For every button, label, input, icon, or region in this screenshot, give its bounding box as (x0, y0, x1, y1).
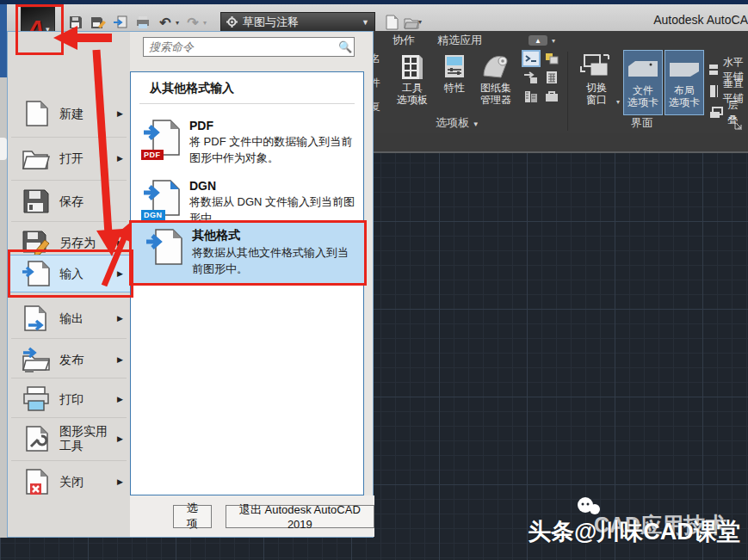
open-doc-icon[interactable] (112, 14, 129, 31)
ribbon-tab-row: 协作 精选应用 ▲ ▾ (368, 31, 748, 50)
redo-dropdown-icon[interactable]: ▾ (203, 19, 207, 27)
sheet-set-manager-label: 图纸集 管理器 (480, 83, 511, 107)
collapse-pill-icon: ▲ (529, 35, 547, 46)
entry-title: PDF (189, 119, 358, 132)
panel-separator (567, 52, 568, 131)
export-icon (22, 305, 51, 332)
ribbon-collapse-button[interactable]: ▲ ▾ (529, 35, 555, 46)
workspace-label: 草图与注释 (243, 15, 299, 30)
menu-item-export[interactable]: 输出 ▶ (8, 298, 130, 338)
workspace-caret-icon: ▼ (362, 18, 369, 27)
qat-customize-icon[interactable]: ▾ (418, 18, 422, 26)
submenu-arrow-icon: ▶ (117, 269, 123, 278)
switch-windows-icon (579, 52, 614, 83)
search-icon: 🔍 (338, 40, 354, 53)
menu-item-import[interactable]: 输入 ▶ (8, 255, 130, 292)
pane-header: 从其他格式输入 (150, 81, 234, 96)
drawing-utilities-icon (22, 425, 51, 452)
layer-states-icon[interactable] (544, 52, 559, 65)
panel-launcher-icon[interactable] (734, 121, 743, 130)
tool-palettes-button[interactable]: 工具 选项板 (393, 53, 432, 107)
submenu-arrow-icon: ▶ (117, 314, 123, 323)
command-search-box[interactable]: 🔍 (143, 37, 355, 57)
submenu-arrow-icon: ▶ (117, 355, 123, 364)
other-formats-import-icon (145, 228, 183, 269)
redo-icon: ↷ (184, 14, 201, 31)
interface-panel-label[interactable]: 界面 (631, 115, 653, 131)
menu-item-label: 另存为 (59, 236, 113, 250)
command-line-icon[interactable] (523, 52, 539, 65)
menu-item-label: 保存 (59, 194, 113, 209)
toolbox-icon[interactable] (544, 89, 559, 103)
dgn-badge: DGN (141, 210, 165, 220)
menu-item-open[interactable]: 打开 ▶ (8, 138, 130, 178)
import-entry-pdf[interactable]: PDF PDF 将 PDF 文件中的数据输入到当前图形中作为对象。 (131, 114, 365, 172)
autocad-window: ↶ ▾ ↷ ▾ 草图与注释 ▼ ▾ Autodesk AutoCA A ▾ 协作… (0, 0, 748, 560)
open-folder-icon[interactable] (403, 14, 420, 31)
pane-divider (139, 103, 355, 104)
new-file-icon (22, 100, 51, 127)
submenu-arrow-icon: ▶ (117, 395, 123, 403)
quick-access-toolbar: ↶ ▾ ↷ ▾ (67, 12, 207, 33)
palette-grip[interactable] (0, 138, 7, 160)
tile-horizontally-icon (709, 64, 718, 76)
design-center-icon[interactable] (523, 89, 539, 103)
title-bar: ↶ ▾ ↷ ▾ 草图与注释 ▼ ▾ Autodesk AutoCA (7, 4, 748, 32)
sheet-set-manager-icon (480, 53, 511, 83)
import-entry-other-formats[interactable]: 其他格式 将数据从其他文件格式输入到当前图形中。 (129, 220, 367, 286)
menu-item-save[interactable]: 保存 (8, 182, 130, 221)
undo-dropdown-icon[interactable]: ▾ (176, 19, 179, 27)
options-button[interactable]: 选项 (173, 505, 212, 528)
exit-button[interactable]: 退出 Autodesk AutoCAD 2019 (226, 505, 374, 528)
file-tabs-button[interactable]: 文件 选项卡 (623, 50, 663, 115)
save-icon[interactable] (67, 14, 84, 31)
new-file-icon[interactable] (383, 14, 400, 31)
entry-title: DGN (189, 179, 358, 193)
application-menu: 🔍 新建 ▶ 打开 ▶ (7, 31, 374, 538)
tool-palettes-label: 工具 选项板 (397, 83, 428, 107)
properties-label: 特性 (444, 83, 465, 95)
calculator-icon[interactable] (544, 71, 559, 84)
menu-item-new[interactable]: 新建 ▶ (8, 94, 130, 133)
properties-icon (442, 53, 467, 83)
tab-featured-apps[interactable]: 精选应用 (437, 33, 482, 48)
menu-item-label: 打印 (59, 392, 113, 407)
switch-windows-caret-icon: ▾ (616, 98, 620, 106)
menu-item-drawing-utilities[interactable]: 图形实用工具 ▶ (8, 419, 130, 458)
import-icon (22, 260, 51, 287)
menu-item-publish[interactable]: 发布 ▶ (8, 340, 130, 379)
layout-tabs-label: 布局 选项卡 (669, 85, 700, 109)
entry-description: 将 PDF 文件中的数据输入到当前图形中作为对象。 (189, 134, 358, 167)
sheet-set-manager-button[interactable]: 图纸集 管理器 (473, 53, 518, 107)
panel-flyout-icon: ▼ (473, 120, 479, 128)
undo-icon[interactable]: ↶ (157, 14, 174, 31)
workspace-dropdown[interactable]: 草图与注释 ▼ (220, 12, 375, 32)
palettes-panel-label[interactable]: 选项板 ▼ (436, 115, 479, 131)
submenu-arrow-icon: ▶ (117, 109, 123, 118)
tile-vertically-icon (709, 85, 718, 97)
menu-item-label: 输入 (59, 267, 113, 281)
reference-manager-icon[interactable] (523, 71, 539, 84)
file-tabs-icon (627, 54, 659, 85)
search-input[interactable] (144, 40, 338, 53)
save-as-icon[interactable] (90, 14, 107, 31)
switch-windows-label: 切换 窗口 (586, 83, 607, 107)
menu-item-close[interactable]: 关闭 ▶ (8, 462, 130, 502)
layout-tabs-icon (668, 54, 701, 85)
switch-windows-button[interactable]: 切换 窗口 (575, 52, 618, 107)
tab-collaborate[interactable]: 协作 (393, 33, 415, 48)
save-icon (22, 188, 51, 215)
entry-description: 将数据从其他文件格式输入到当前图形中。 (192, 245, 357, 278)
submenu-arrow-icon: ▶ (117, 154, 123, 163)
ribbon: 协作 精选应用 ▲ ▾ 名 件 复 工具 选项板 特性 图纸集 管理器 (368, 31, 748, 133)
submenu-arrow-icon: ▶ (117, 434, 123, 443)
plot-icon[interactable] (134, 14, 151, 31)
submenu-arrow-icon: ▶ (117, 477, 123, 486)
submenu-arrow-icon: ▶ (117, 238, 123, 247)
menu-item-label: 输出 (59, 311, 113, 326)
menu-item-print[interactable]: 打印 ▶ (8, 379, 130, 419)
menu-item-label: 关闭 (59, 475, 113, 489)
layout-tabs-button[interactable]: 布局 选项卡 (665, 50, 704, 115)
properties-button[interactable]: 特性 (437, 53, 472, 95)
collapse-caret-icon: ▾ (552, 37, 555, 45)
